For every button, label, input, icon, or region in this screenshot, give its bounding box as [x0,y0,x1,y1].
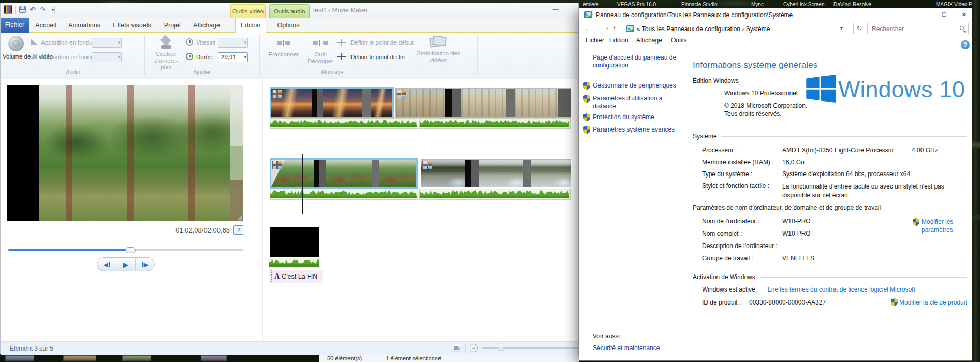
tab-effets-visuels[interactable]: Effets visuels [109,19,155,33]
duration-combobox[interactable]: 29,91 ▾ [218,52,248,62]
close-button[interactable]: × [955,8,973,22]
back-button[interactable]: ← [582,23,593,34]
address-dropdown-button[interactable]: ▾ [840,25,843,31]
tab-options[interactable]: Options [273,19,304,33]
up-button[interactable]: ↑ [609,23,620,34]
audio-waveform[interactable] [269,258,320,268]
change-product-key-text[interactable]: Modifier la clé de produit [899,299,977,306]
fullscreen-button[interactable]: ↗ [233,225,243,235]
timeline-clip-3-selected[interactable] [271,160,416,187]
fade-in-dropdown[interactable]: ▾ [92,38,122,48]
sidebar-item-remote-settings[interactable]: Paramètres d'utilisation à distance [593,95,681,110]
preview-corner-handle [237,215,242,220]
help-button[interactable]: ? [961,40,970,49]
tab-projet[interactable]: Projet [159,19,186,33]
search-input[interactable]: Rechercher [867,23,969,34]
desktop-icon-label[interactable]: Mync [751,2,764,7]
sidebar-item-system-protection[interactable]: Protection du système [593,113,691,121]
refresh-button[interactable]: ↻ [855,24,864,33]
speed-dropdown[interactable]: ▾ [218,38,248,48]
contextual-tab-group-audio[interactable]: Outils audio [269,4,310,18]
sidebar-item-home[interactable]: Page d'accueil du panneau de configurati… [593,54,691,69]
minimize-button[interactable]: — [548,5,563,14]
timeline-clip-1-selected[interactable] [271,89,392,117]
tab-accueil[interactable]: Accueil [32,19,60,33]
preview-frame-image [39,85,243,221]
menu-affichage[interactable]: Affichage [636,37,662,44]
sidebar-item-security-maintenance[interactable]: Sécurité et maintenance [593,344,691,352]
forward-button[interactable]: → [593,23,603,34]
next-frame-button[interactable]: ▶ [136,258,154,271]
start-point-label[interactable]: Définir le point de début [350,39,413,46]
desktop-icon-label[interactable]: Pinnacle Studio [681,2,718,7]
sidebar-item-device-manager[interactable]: Gestionnaire de périphériques [593,82,691,90]
duration-value: 29,91 [221,54,236,60]
refresh-icon: ↻ [857,24,862,32]
seek-bar[interactable] [8,247,243,253]
menu-outils[interactable]: Outils [671,37,687,44]
movie-maker-app-icon[interactable] [4,5,12,14]
menu-bar: Fichier Edition Affichage Outils [579,35,972,47]
video-preview[interactable] [7,85,243,221]
chevron-down-icon: ▾ [51,7,54,12]
view-toggle-button[interactable] [452,344,461,352]
video-volume-button[interactable]: Volume de la vidéo [3,36,30,60]
desktop-icon-label[interactable]: VEGAS Pro 16.0 [617,2,656,7]
breadcrumb-all-panels[interactable]: Tous les Panneaux de configuration [642,25,740,33]
desktop-icon-label[interactable]: emiere [583,2,599,7]
menu-fichier[interactable]: Fichier [586,37,604,44]
fade-out-dropdown[interactable]: ▾ [92,52,122,62]
search-icon[interactable] [960,26,964,30]
desktop-icon-label[interactable]: MAGIX Video Pro [936,2,977,7]
audio-waveform[interactable] [419,118,571,129]
background-color-button[interactable]: Couleur d'arrière-plan [150,35,183,71]
timeline-end-clip[interactable] [270,227,319,257]
end-point-label[interactable]: Définir le point de fin [350,54,405,60]
redo-button[interactable]: ↷ [38,5,47,15]
timeline-clip-2[interactable] [396,89,571,117]
timeline-zoom-slider[interactable] [482,347,578,349]
previous-frame-button[interactable]: ◀ [97,258,116,271]
timeline-zoom-thumb[interactable] [499,343,503,351]
play-button[interactable]: ▶ [116,258,136,271]
trim-tool-button[interactable]: Outil Découper [306,37,335,65]
audio-waveform[interactable] [419,189,571,200]
split-button[interactable]: Fractionner [266,37,302,57]
desktop-icon-label[interactable]: CyberLink Screen [783,2,824,7]
tab-edition-active[interactable]: Edition [235,18,266,33]
control-panel-titlebar: Panneau de configuration\Tous les Pannea… [579,8,972,22]
minimize-button[interactable]: — [916,8,933,22]
guillemet-icon: « [637,25,640,33]
tab-affichage[interactable]: Affichage [190,19,223,33]
breadcrumb-system[interactable]: Système [746,25,770,33]
tab-fichier[interactable]: Fichier [1,18,29,33]
undo-button[interactable]: ↶ [28,5,37,15]
audio-waveform[interactable] [270,118,418,129]
seek-thumb[interactable] [125,247,136,253]
timeline-playhead[interactable] [302,154,303,214]
contextual-tab-group-video[interactable]: Outils vidéo [230,4,266,18]
timeline-title-clip[interactable]: A C'est La FIN [269,270,323,283]
quick-access-customize-button[interactable]: ▾ [48,5,57,15]
uac-shield-icon [583,113,590,121]
audio-waveform[interactable] [270,189,418,200]
maximize-button[interactable]: □ [935,8,953,22]
save-button[interactable] [18,5,27,15]
section-activation: Activation de Windows [693,273,967,281]
address-bar[interactable]: « Tous les Panneaux de configuration › S… [624,23,854,34]
desktop-thumbnail [201,355,227,361]
sidebar-item-advanced-settings[interactable]: Paramètres système avancés [593,126,691,134]
breadcrumb-chevron-icon: › [742,25,744,33]
play-icon: ▶ [123,260,129,269]
speaker-icon [8,36,24,51]
video-stabilization-button[interactable]: Stabilisation des vidéos [415,35,462,64]
timeline-clip-4[interactable] [421,160,571,187]
redo-icon: ↷ [40,6,46,13]
menu-edition[interactable]: Edition [609,37,628,44]
change-settings-text[interactable]: Modifier les paramètres [922,218,966,234]
license-terms-link[interactable]: Lire les termes du contrat de licence lo… [768,286,915,293]
timeline-zoom-out-button[interactable]: − [470,344,478,352]
desktop-icon-label[interactable]: DaVinci Resolve [833,2,871,7]
end-title-text: C'est La FIN [282,273,317,280]
tab-animations[interactable]: Animations [66,19,103,33]
